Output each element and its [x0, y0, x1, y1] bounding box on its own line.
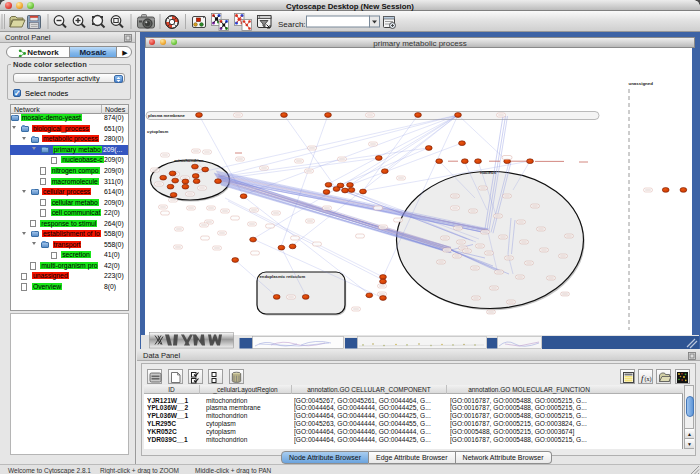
svg-text:plasma membrane: plasma membrane [148, 113, 185, 118]
svg-text:cytoplasm: cytoplasm [147, 129, 168, 134]
svg-text:mitochondrion: mitochondrion [174, 158, 204, 163]
svg-text:endoplasmic reticulum: endoplasmic reticulum [260, 274, 306, 279]
svg-text:(x): (x) [644, 375, 651, 382]
svg-text:Search:: Search: [278, 20, 306, 29]
svg-text:unassigned: unassigned [629, 81, 654, 86]
